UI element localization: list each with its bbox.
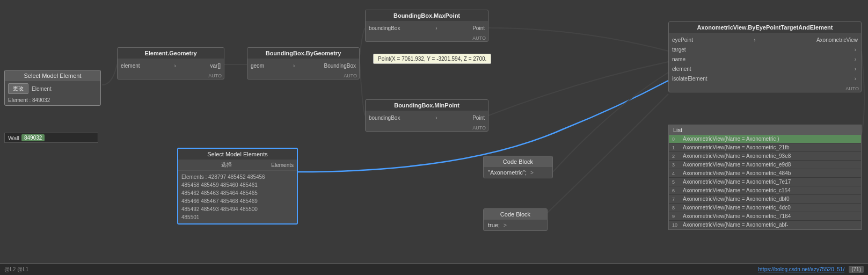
- zoom-level: @L2 @L1: [4, 266, 28, 272]
- wall-value: 849032: [21, 134, 45, 141]
- bb-port-out: BoundingBox: [324, 63, 356, 69]
- element-port-label: Element: [32, 86, 52, 92]
- list-item: 1AxonometricView(Name = Axonometric_21fb: [669, 143, 861, 152]
- list-item: 5AxonometricView(Name = Axonometric_7e17: [669, 178, 861, 186]
- element-port-out: var[]: [210, 63, 221, 69]
- bb-min-port-in: boundingBox: [369, 115, 400, 121]
- geom-port-in: geom: [251, 63, 264, 69]
- list-panel: List 0AxonometricView(Name = Axonometric…: [668, 125, 862, 230]
- list-item: 10AxonometricView(Name = Axonometric_abf…: [669, 221, 861, 229]
- code-block-2-code: true;: [488, 222, 500, 228]
- elements-port-out: Elements: [271, 162, 294, 168]
- isolate-element-port: isolateElement: [672, 76, 707, 82]
- blog-link[interactable]: https://bolog.csdn.net/azy75520_51/: [758, 266, 845, 272]
- bb-max-port-out: Point: [472, 25, 485, 31]
- bb-max-port-in: boundingBox: [369, 25, 400, 31]
- list-header: List: [669, 125, 861, 135]
- bounding-box-min-point-node: BoundingBox.MinPoint boundingBox › Point…: [365, 99, 488, 132]
- bottom-bar: @L2 @L1 https://bolog.csdn.net/azy75520_…: [0, 263, 868, 275]
- list-items-container: 0AxonometricView(Name = Axonometric )1Ax…: [669, 135, 861, 229]
- select-model-elements-node: Select Model Elements 选择 Elements Elemen…: [177, 148, 298, 225]
- bb-min-auto: AUTO: [366, 125, 488, 131]
- select-model-element-node: Select Model Element 更改 Element Element …: [4, 70, 101, 106]
- element-info: Element : 849032: [5, 96, 100, 105]
- bounding-box-max-point-node: BoundingBox.MaxPoint boundingBox › Point…: [365, 10, 488, 42]
- axonometric-view-node: AxonometricView.ByEyePointTargetAndEleme…: [668, 21, 862, 92]
- bounding-box-by-geometry-node: BoundingBox.ByGeometry geom › BoundingBo…: [247, 47, 360, 79]
- select-model-elements-header: Select Model Elements: [178, 149, 297, 160]
- element-port: element: [672, 66, 691, 72]
- list-item: 6AxonometricView(Name = Axonometric_c154: [669, 186, 861, 195]
- list-item: 0AxonometricView(Name = Axonometric ): [669, 135, 861, 143]
- list-item: 2AxonometricView(Name = Axonometric_93e8: [669, 152, 861, 161]
- list-item: 7AxonometricView(Name = Axonometric_dbf0: [669, 195, 861, 204]
- wall-label: Wall: [8, 135, 19, 141]
- target-port: target: [672, 47, 686, 53]
- list-item: 3AxonometricView(Name = Axonometric_e9d8: [669, 161, 861, 169]
- list-item: 4AxonometricView(Name = Axonometric_484b: [669, 169, 861, 178]
- element-geometry-node: Element.Geometry element › var[] AUTO: [117, 47, 224, 79]
- canvas: Select Model Element 更改 Element Element …: [0, 0, 868, 275]
- element-geometry-header: Element.Geometry: [118, 48, 224, 59]
- axonometric-view-auto: AUTO: [669, 85, 861, 92]
- eye-point-port: eyePoint: [672, 37, 693, 43]
- element-port-in: element: [121, 63, 140, 69]
- bb-min-port-out: Point: [472, 115, 485, 121]
- bb-max-header: BoundingBox.MaxPoint: [366, 10, 488, 21]
- select-sub-label: 选择: [181, 161, 271, 169]
- axon-port-out: AxonometricView: [816, 37, 858, 43]
- select-model-element-header: Select Model Element: [5, 70, 100, 81]
- wall-indicator: Wall 849032: [4, 133, 98, 143]
- change-button[interactable]: 更改: [8, 83, 28, 94]
- code-block-2-header: Code Block: [484, 209, 547, 220]
- bb-max-auto: AUTO: [366, 35, 488, 41]
- code-block-2-node: Code Block true; >: [483, 208, 548, 231]
- axonometric-view-header: AxonometricView.ByEyePointTargetAndEleme…: [669, 22, 861, 33]
- list-item: 8AxonometricView(Name = Axonometric_4dc0: [669, 204, 861, 212]
- element-geometry-auto: AUTO: [118, 73, 224, 79]
- elements-info: Elements : 428797 485452 485456 485458 4…: [178, 171, 297, 223]
- name-port: name: [672, 56, 685, 62]
- bb-by-geometry-auto: AUTO: [247, 73, 359, 79]
- code-block-1-header: Code Block: [484, 156, 552, 167]
- bb-by-geometry-header: BoundingBox.ByGeometry: [247, 48, 359, 59]
- count-badge: (71): [849, 266, 864, 273]
- bb-min-header: BoundingBox.MinPoint: [366, 100, 488, 111]
- point-output-bubble: Point(X = 7061.932, Y = -3201.594, Z = 2…: [373, 54, 491, 64]
- list-item: 9AxonometricView(Name = Axonometric_7164: [669, 212, 861, 221]
- code-block-1-code: "Axonometric";: [488, 169, 527, 176]
- code-block-1-node: Code Block "Axonometric"; >: [483, 156, 553, 178]
